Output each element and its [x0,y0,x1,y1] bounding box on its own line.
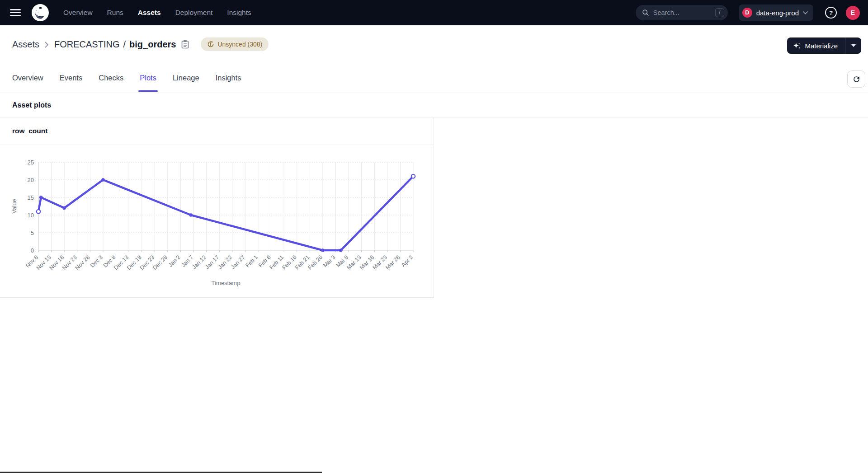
search-icon [642,9,649,16]
svg-text:Jan 27: Jan 27 [230,254,246,270]
svg-text:Feb 26: Feb 26 [307,254,324,271]
clipboard-icon [181,40,189,49]
materialize-dropdown-button[interactable] [845,37,861,54]
tab-events[interactable]: Events [60,63,82,93]
help-icon[interactable]: ? [825,7,837,19]
row-count-chart: Nov 8Nov 13Nov 18Nov 23Nov 28Dec 3Dec 8D… [0,145,434,297]
svg-text:Dec 28: Dec 28 [151,254,169,271]
plot-title: row_count [12,127,47,135]
svg-text:25: 25 [28,159,34,166]
section-title: Asset plots [12,101,51,109]
materialize-split-button: Materialize [787,37,861,54]
breadcrumb-group-link[interactable]: FORECASTING [54,39,119,50]
refresh-button[interactable] [847,70,865,88]
deployment-name: data-eng-prod [756,9,799,17]
slash-shortcut-key: / [715,8,724,17]
deployment-selector[interactable]: D data-eng-prod [739,5,813,21]
menu-icon[interactable] [10,8,22,17]
sync-icon [207,41,214,48]
svg-text:Jan 17: Jan 17 [204,254,220,270]
refresh-icon [852,75,861,84]
unsynced-badge-label: Unsynced (308) [217,41,262,48]
page-title: big_orders [129,39,176,50]
tab-checks[interactable]: Checks [99,63,123,93]
materialize-button[interactable]: Materialize [787,37,845,54]
asset-header: Assets FORECASTING / big_orders [0,25,868,63]
breadcrumb-separator: / [123,39,126,50]
svg-text:Dec 3: Dec 3 [89,254,104,269]
nav-overview[interactable]: Overview [63,9,93,17]
dagster-logo[interactable] [32,4,49,21]
plot-card: row_count Nov 8Nov 13Nov 18Nov 23Nov 28D… [0,117,434,298]
chevron-right-icon [45,42,49,48]
page: Overview Runs Assets Deployment Insights… [0,0,868,473]
section-header: Asset plots [0,93,868,117]
svg-text:Jan 12: Jan 12 [191,254,207,270]
copy-icon[interactable] [181,40,189,49]
svg-text:Mar 3: Mar 3 [322,254,337,269]
main-nav: Overview Runs Assets Deployment Insights [63,9,251,17]
tab-insights[interactable]: Insights [216,63,241,93]
user-avatar[interactable]: E [846,6,860,20]
tab-lineage[interactable]: Lineage [173,63,199,93]
line-chart: Nov 8Nov 13Nov 18Nov 23Nov 28Dec 3Dec 8D… [0,145,434,297]
svg-text:Jan 2: Jan 2 [167,254,182,268]
nav-deployment[interactable]: Deployment [175,9,213,17]
asset-tabs: Overview Events Checks Plots Lineage Ins… [0,63,868,93]
svg-text:Mar 28: Mar 28 [384,254,401,271]
svg-text:0: 0 [31,247,34,254]
search-placeholder: Search... [653,9,715,16]
svg-text:20: 20 [28,177,34,183]
top-nav: Overview Runs Assets Deployment Insights… [0,0,868,25]
svg-text:Apr 2: Apr 2 [400,254,414,268]
breadcrumb: Assets FORECASTING / big_orders [12,37,269,51]
svg-text:Jan 22: Jan 22 [217,254,233,270]
svg-text:Feb 1: Feb 1 [245,254,259,269]
tab-plots[interactable]: Plots [140,63,156,93]
caret-down-icon [851,44,856,47]
tab-overview[interactable]: Overview [12,63,43,93]
nav-insights[interactable]: Insights [227,9,251,17]
svg-text:15: 15 [28,194,34,201]
chevron-down-icon [803,11,808,14]
breadcrumb-assets-link[interactable]: Assets [12,39,39,50]
dagster-logo-icon [32,4,49,21]
svg-text:Nov 28: Nov 28 [74,254,91,271]
svg-text:Timestamp: Timestamp [212,280,241,286]
svg-text:10: 10 [28,212,34,219]
unsynced-badge[interactable]: Unsynced (308) [201,37,269,51]
search-input[interactable]: Search... / [636,5,728,20]
svg-text:5: 5 [31,229,34,236]
materialize-label: Materialize [805,42,838,50]
deployment-initial-badge: D [742,8,752,18]
nav-runs[interactable]: Runs [107,9,123,17]
svg-text:Value: Value [11,199,18,213]
sparkle-icon [793,42,801,50]
nav-assets[interactable]: Assets [138,9,161,17]
